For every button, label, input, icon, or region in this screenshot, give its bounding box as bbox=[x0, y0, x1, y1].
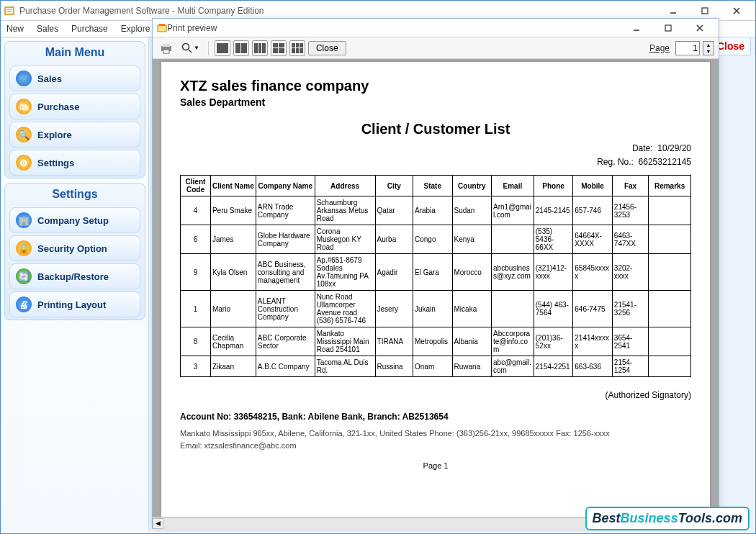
print-preview-window: Print preview ▼ Close Page bbox=[152, 18, 719, 529]
bag-icon: 🛍 bbox=[16, 99, 32, 114]
table-cell: Jesery bbox=[375, 291, 413, 327]
preview-maximize-button[interactable] bbox=[652, 19, 684, 37]
table-header-cell: Email bbox=[492, 176, 534, 196]
sidebar-item-sales[interactable]: 🛒 Sales bbox=[9, 65, 140, 91]
table-header-cell: Remarks bbox=[649, 176, 691, 196]
svg-rect-8 bbox=[163, 44, 170, 47]
customer-table: Client CodeClient NameCompany NameAddres… bbox=[180, 175, 691, 377]
layout-2-icon[interactable] bbox=[233, 40, 249, 56]
table-cell: Mario bbox=[210, 291, 256, 327]
table-cell: 65845xxxxx bbox=[573, 254, 613, 291]
table-header-row: Client CodeClient NameCompany NameAddres… bbox=[181, 176, 691, 196]
table-cell bbox=[649, 356, 691, 377]
reg-label: Reg. No.: bbox=[597, 157, 634, 167]
table-cell: Corona Muskegon KY Road bbox=[315, 225, 375, 254]
app-icon bbox=[4, 5, 15, 17]
table-cell: abcbusiness@xyz.com bbox=[492, 254, 534, 291]
gear-icon: ⚙ bbox=[16, 155, 32, 171]
sidebar-item-purchase[interactable]: 🛍 Purchase bbox=[9, 94, 140, 119]
sidebar: Main Menu 🛒 Sales 🛍 Purchase 🔍 Explore ⚙… bbox=[1, 38, 149, 533]
sidebar-item-security[interactable]: 🔒 Security Option bbox=[9, 235, 140, 261]
maximize-button[interactable] bbox=[689, 2, 721, 19]
svg-line-11 bbox=[189, 50, 192, 53]
svg-rect-9 bbox=[163, 50, 169, 53]
minimize-button[interactable] bbox=[657, 2, 689, 19]
toolbar-close-button[interactable]: Close bbox=[308, 41, 346, 55]
table-cell: 2154-2251 bbox=[534, 356, 573, 377]
table-cell: 6 bbox=[181, 225, 211, 254]
svg-rect-4 bbox=[159, 24, 165, 26]
layout-6-icon[interactable] bbox=[289, 40, 305, 56]
table-cell: ABC Business, consulting and management bbox=[256, 254, 315, 291]
menu-new[interactable]: New bbox=[6, 24, 24, 34]
table-cell: Sudan bbox=[452, 196, 492, 225]
table-cell: (544) 463-7564 bbox=[534, 291, 573, 327]
sidebar-item-label: Security Option bbox=[37, 243, 107, 254]
table-cell: Peru Smake bbox=[210, 196, 256, 225]
table-cell: 8 bbox=[181, 327, 211, 356]
sidebar-item-explore[interactable]: 🔍 Explore bbox=[9, 122, 140, 148]
chevron-down-icon: ▼ bbox=[194, 45, 199, 51]
page-number: Page 1 bbox=[180, 461, 691, 470]
search-icon: 🔍 bbox=[16, 127, 32, 142]
table-cell: A.B.C Company bbox=[256, 356, 315, 377]
zoom-icon[interactable]: ▼ bbox=[179, 40, 202, 56]
spinner-up-icon[interactable]: ▲ bbox=[703, 42, 714, 48]
table-header-cell: Mobile bbox=[573, 176, 613, 196]
table-cell: Tacoma AL Duis Rd. bbox=[315, 356, 375, 377]
refresh-icon: 🔄 bbox=[16, 268, 32, 284]
table-cell: 21541-3256 bbox=[612, 291, 648, 327]
sidebar-item-label: Sales bbox=[37, 73, 62, 84]
table-cell: 663-636 bbox=[573, 356, 613, 377]
layout-3-icon[interactable] bbox=[252, 40, 268, 56]
table-cell bbox=[649, 225, 691, 254]
preview-viewport[interactable]: XTZ sales finance company Sales Departme… bbox=[153, 59, 719, 517]
sidebar-item-company-setup[interactable]: 🏢 Company Setup bbox=[9, 207, 140, 233]
main-window-controls bbox=[657, 2, 752, 19]
table-cell: Onam bbox=[413, 356, 452, 377]
preview-close-button[interactable] bbox=[684, 19, 716, 37]
account-line: Account No: 336548215, Bank: Abilene Ban… bbox=[180, 412, 691, 422]
page-spinner[interactable]: ▲▼ bbox=[703, 41, 714, 55]
preview-window-controls bbox=[621, 19, 716, 37]
sidebar-item-settings[interactable]: ⚙ Settings bbox=[9, 150, 140, 176]
print-icon[interactable] bbox=[157, 40, 176, 56]
layout-1-icon[interactable] bbox=[215, 40, 230, 56]
cart-icon: 🛒 bbox=[16, 71, 32, 86]
table-cell: Ruwana bbox=[452, 356, 492, 377]
table-cell: 21414xxxxx bbox=[573, 327, 613, 356]
table-cell: (321)412-xxxx bbox=[534, 254, 573, 291]
table-cell bbox=[649, 291, 691, 327]
scroll-left-icon[interactable]: ◀ bbox=[153, 518, 163, 529]
table-cell: Congo bbox=[413, 225, 452, 254]
table-cell: ABC Corporate Sector bbox=[256, 327, 315, 356]
table-cell: James bbox=[210, 225, 256, 254]
menu-explore[interactable]: Explore bbox=[121, 24, 150, 34]
spinner-down-icon[interactable]: ▼ bbox=[703, 48, 714, 55]
page-input[interactable] bbox=[675, 41, 700, 55]
table-cell: El Gara bbox=[413, 254, 452, 291]
preview-minimize-button[interactable] bbox=[621, 19, 652, 37]
table-cell: Mankato Mississippi Main Road 254101 bbox=[315, 327, 375, 356]
close-button[interactable] bbox=[721, 2, 752, 19]
table-cell bbox=[492, 225, 534, 254]
sidebar-item-printing-layout[interactable]: 🖨 Printing Layout bbox=[9, 291, 140, 317]
menu-sales[interactable]: Sales bbox=[37, 24, 58, 34]
layout-4-icon[interactable] bbox=[271, 40, 287, 56]
table-header-cell: Address bbox=[315, 176, 375, 196]
table-cell: abc@gmail.com bbox=[492, 356, 534, 377]
svg-rect-6 bbox=[665, 25, 671, 31]
reg-value: 66253212145 bbox=[639, 157, 691, 167]
table-header-cell: Country bbox=[452, 176, 492, 196]
main-menu-header: Main Menu bbox=[5, 42, 145, 63]
table-cell bbox=[649, 196, 691, 225]
menu-purchase[interactable]: Purchase bbox=[71, 24, 108, 34]
table-row: 4Peru SmakeARN Trade CompanySchaumburg A… bbox=[181, 196, 691, 225]
table-cell: Micaka bbox=[452, 291, 492, 327]
table-row: 9Kyla OlsenABC Business, consulting and … bbox=[181, 254, 691, 291]
table-cell: 3202-xxxx bbox=[612, 254, 648, 291]
table-cell: 4 bbox=[181, 196, 211, 225]
table-cell: 21456-3253 bbox=[612, 196, 648, 225]
table-cell: Albania bbox=[452, 327, 492, 356]
sidebar-item-backup-restore[interactable]: 🔄 Backup/Restore bbox=[9, 263, 140, 289]
